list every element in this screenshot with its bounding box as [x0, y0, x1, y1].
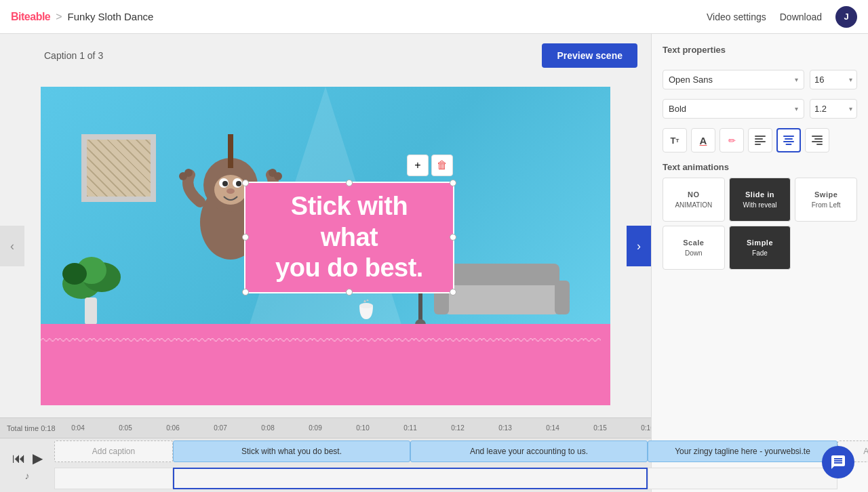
font-weight-select[interactable]: Bold ▾	[663, 99, 804, 119]
svg-rect-34	[814, 138, 823, 140]
text-format-button[interactable]: TT	[663, 128, 687, 152]
preview-scene-button[interactable]: Preview scene	[542, 43, 637, 68]
line-height-select[interactable]: 1.2 ▾	[810, 99, 857, 119]
align-left-button[interactable]	[748, 128, 772, 152]
anim-simple-fade[interactable]: Simple Fade	[729, 226, 791, 270]
svg-point-11	[274, 172, 282, 180]
align-center-button[interactable]	[776, 128, 801, 152]
font-family-chevron: ▾	[795, 76, 798, 83]
chat-support-button[interactable]	[822, 446, 854, 478]
caption-tracks: Add caption Stick with what you do best.…	[54, 438, 651, 492]
nav-next-button[interactable]: ›	[627, 226, 651, 266]
font-family-select[interactable]: Open Sans ▾	[663, 70, 804, 89]
app-logo[interactable]: Biteable	[11, 11, 50, 23]
svg-point-6	[236, 181, 241, 186]
download-button[interactable]: Download	[780, 12, 822, 22]
time-mark-9: 0:13	[481, 424, 529, 432]
total-time-label: Total time 0:18	[7, 424, 56, 432]
resize-handle-tm[interactable]	[346, 180, 353, 186]
time-mark-10: 0:14	[529, 424, 576, 432]
anim-no-animation[interactable]: NO ANIMATION	[663, 178, 725, 222]
breadcrumb-separator: >	[56, 11, 62, 23]
nav-prev-button[interactable]: ‹	[0, 226, 24, 266]
svg-point-16	[62, 263, 87, 285]
svg-rect-32	[786, 144, 792, 145]
anim-swipe-from-left[interactable]: Swipe From Left	[795, 178, 857, 222]
svg-rect-27	[755, 141, 766, 142]
user-avatar[interactable]: J	[835, 6, 857, 28]
caption-label: Caption 1 of 3	[44, 50, 103, 61]
animations-grid: NO ANIMATION Slide in With reveal Swipe …	[663, 178, 857, 270]
font-size-chevron: ▾	[849, 76, 852, 83]
rewind-button[interactable]: ⏮	[12, 451, 26, 466]
playback-controls: ⏮ ▶ ♪	[0, 438, 54, 492]
caption-row-1: Add caption Stick with what you do best.…	[54, 438, 651, 464]
time-mark-5: 0:09	[292, 424, 339, 432]
caption-empty-1	[54, 468, 173, 489]
text-color-button[interactable]: A	[691, 128, 715, 152]
time-mark-1: 0:05	[102, 424, 149, 432]
line-height-chevron: ▾	[849, 105, 852, 112]
resize-handle-mr[interactable]	[450, 234, 456, 241]
time-mark-4: 0:08	[244, 424, 292, 432]
text-tools-row: TT A ✏	[663, 128, 857, 152]
transport-row: ⏮ ▶	[12, 450, 43, 466]
caption-text[interactable]: Stick with what you do best.	[245, 183, 453, 292]
svg-point-7	[226, 188, 235, 194]
topbar: Biteable > Funky Sloth Dance Video setti…	[0, 0, 868, 34]
plant-decoration	[61, 237, 122, 327]
font-size-select[interactable]: 16 ▾	[810, 70, 857, 89]
font-weight-chevron: ▾	[795, 105, 798, 112]
svg-rect-26	[755, 138, 763, 140]
caption-segment-2[interactable]: And leave your accounting to us.	[410, 440, 648, 462]
scene-floor: 〰〰〰〰〰〰〰〰〰〰〰〰〰〰〰〰〰〰〰〰〰〰〰〰〰〰〰〰〰〰〰〰〰	[41, 324, 610, 405]
svg-rect-17	[85, 298, 97, 325]
caption-segment-1[interactable]: Stick with what you do best.	[173, 440, 410, 462]
weight-prop-row: Bold ▾ 1.2 ▾	[663, 99, 857, 119]
right-panel: Text properties Open Sans ▾ 16 ▾ Bold ▾ …	[651, 34, 868, 492]
resize-handle-bm[interactable]	[346, 289, 353, 295]
delete-element-button[interactable]: 🗑	[431, 155, 453, 176]
add-element-button[interactable]: +	[407, 155, 429, 176]
caption-row-2	[54, 466, 651, 491]
anim-scale-down[interactable]: Scale Down	[663, 226, 725, 270]
left-panel: Caption 1 of 3 Preview scene ‹	[0, 34, 651, 492]
resize-handle-bl[interactable]	[242, 289, 249, 295]
highlight-button[interactable]: ✏	[719, 128, 744, 152]
coffee-cup	[356, 299, 376, 325]
scene-header: Caption 1 of 3 Preview scene	[0, 34, 651, 75]
project-title: Funky Sloth Dance	[68, 11, 154, 22]
selection-toolbar: + 🗑	[407, 155, 453, 176]
caption-selected-box	[173, 468, 648, 489]
svg-rect-35	[812, 141, 823, 142]
svg-point-5	[222, 181, 228, 186]
canvas-area: ‹	[0, 75, 651, 417]
svg-rect-36	[816, 144, 823, 145]
resize-handle-tr[interactable]	[450, 180, 456, 186]
video-settings-button[interactable]: Video settings	[707, 12, 766, 22]
svg-rect-25	[755, 136, 766, 137]
text-selection-box[interactable]: + 🗑 Stick with what you do best.	[244, 182, 454, 293]
resize-handle-ml[interactable]	[242, 234, 249, 241]
scene-canvas: 〰〰〰〰〰〰〰〰〰〰〰〰〰〰〰〰〰〰〰〰〰〰〰〰〰〰〰〰〰〰〰〰〰 + 🗑	[41, 87, 610, 405]
caption-empty-3	[648, 468, 837, 489]
svg-rect-31	[783, 141, 794, 142]
svg-point-9	[179, 172, 187, 180]
time-marks: 0:04 0:05 0:06 0:07 0:08 0:09 0:10 0:11 …	[54, 418, 651, 438]
play-button[interactable]: ▶	[33, 450, 43, 466]
align-right-button[interactable]	[805, 128, 829, 152]
frame-texture	[87, 140, 151, 197]
anim-slide-in-with-reveal[interactable]: Slide in With reveal	[729, 178, 791, 222]
time-mark-12: 0:16	[624, 424, 651, 432]
resize-handle-br[interactable]	[450, 289, 456, 295]
topbar-right: Video settings Download J	[707, 6, 857, 28]
add-caption-segment[interactable]: Add caption	[54, 440, 173, 462]
resize-handle-tl[interactable]	[242, 180, 249, 186]
main-content: Caption 1 of 3 Preview scene ‹	[0, 34, 868, 492]
caption-segment-3[interactable]: Your zingy tagline here - yourwebsi.te	[648, 440, 837, 462]
time-mark-6: 0:10	[339, 424, 387, 432]
time-mark-11: 0:15	[576, 424, 624, 432]
text-animations-title: Text animations	[663, 162, 857, 172]
time-mark-0: 0:04	[54, 424, 102, 432]
timeline-ruler: Total time 0:18 0:04 0:05 0:06 0:07 0:08…	[0, 418, 651, 438]
